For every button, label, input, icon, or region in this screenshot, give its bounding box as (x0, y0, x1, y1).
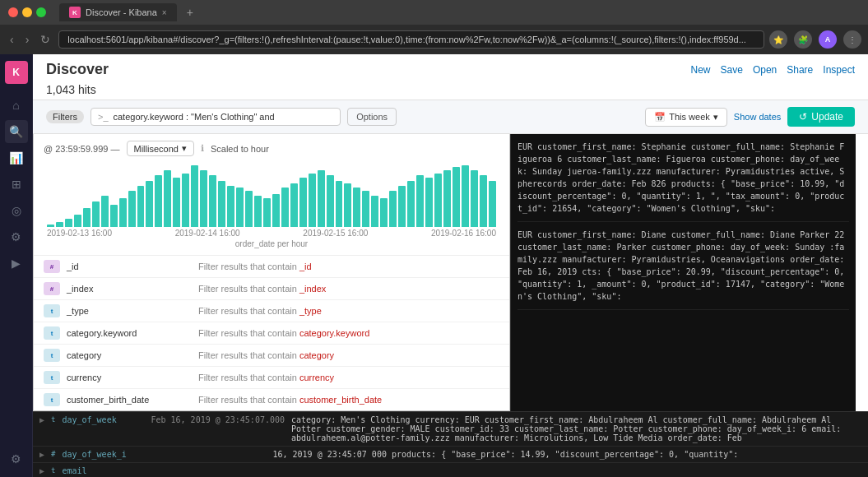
histogram-bar (83, 208, 91, 227)
histogram-bar (471, 170, 478, 227)
histogram-bar (209, 175, 216, 227)
open-button[interactable]: Open (753, 64, 777, 76)
sidebar-item-home[interactable]: ⌂ (5, 94, 28, 117)
sidebar-item-dashboard[interactable]: ⊞ (5, 173, 28, 196)
histogram-bar (236, 188, 244, 227)
histogram-bar (65, 219, 72, 227)
histogram-bar (119, 198, 127, 227)
browser-nav: ‹ › ↻ localhost:5601/app/kibana#/discove… (0, 25, 868, 54)
histogram-bar (56, 222, 63, 227)
sidebar-item-discover[interactable]: 🔍 (5, 120, 28, 143)
filter-input[interactable]: >_ category.keyword : "Men's Clothing" a… (91, 108, 341, 126)
menu-icon[interactable]: ⋮ (843, 30, 861, 49)
table-row[interactable]: ▶ t day_of_week Feb 16, 2019 @ 23:45:07.… (33, 412, 868, 447)
update-button[interactable]: ↺ Update (787, 107, 855, 127)
inspect-button[interactable]: Inspect (823, 64, 855, 76)
autocomplete-item[interactable]: # _index Filter results that contain _in… (34, 278, 509, 300)
options-button[interactable]: Options (347, 108, 397, 126)
filter-prompt: >_ (98, 112, 109, 122)
histogram-bar (263, 198, 271, 227)
histogram-bar (327, 175, 334, 227)
histogram-bar (407, 181, 415, 227)
results-panel: EUR customer_first_name: Stephanie custo… (510, 134, 856, 411)
histogram (44, 161, 499, 227)
window-controls (8, 7, 46, 17)
histogram-bar (137, 186, 145, 227)
table-row[interactable]: ▶ t email (33, 463, 868, 477)
extensions-icon[interactable]: 🧩 (794, 30, 812, 49)
histogram-bar (434, 174, 442, 227)
chart-label-4: 2019-02-16 16:00 (431, 229, 496, 238)
icon-sidebar: K ⌂ 🔍 📊 ⊞ ◎ ⚙ ▶ ⚙ (0, 54, 33, 477)
time-range-text: @ 23:59:59.999 — (44, 144, 120, 154)
expand-icon: ▶ (39, 415, 44, 424)
content-area: @ 23:59:59.999 — Millisecond ▾ ℹ Scaled … (33, 134, 868, 411)
field-name: _id (67, 262, 198, 271)
bottom-table: ▶ t day_of_week Feb 16, 2019 @ 23:45:07.… (33, 411, 868, 477)
tab-favicon: K (69, 7, 81, 18)
histogram-bar (272, 194, 280, 227)
share-button[interactable]: Share (787, 64, 813, 76)
sidebar-item-settings[interactable]: ⚙ (5, 447, 28, 470)
row-value: 16, 2019 @ 23:45:07 000 products: { "bas… (272, 450, 861, 459)
autocomplete-item[interactable]: t currency Filter results that contain c… (34, 367, 509, 389)
back-button[interactable]: ‹ (7, 30, 17, 49)
histogram-bar (191, 165, 198, 227)
histogram-bar (489, 181, 496, 227)
minimize-window-button[interactable] (22, 7, 32, 17)
row-value: category: Men's Clothing currency: EUR c… (291, 415, 861, 442)
sidebar-item-ml[interactable]: ⚙ (5, 225, 28, 248)
chart-label-1: 2019-02-13 16:00 (47, 229, 112, 238)
date-range-button[interactable]: 📅 This week ▾ (645, 108, 727, 127)
autocomplete-item[interactable]: # _id Filter results that contain _id (34, 256, 509, 278)
histogram-bar (425, 178, 433, 227)
histogram-bar (173, 178, 180, 227)
result-entry: EUR customer_first_name: Diane customer_… (518, 229, 849, 310)
field-type-icon: # (44, 282, 60, 295)
histogram-bar (155, 175, 162, 227)
field-type-icon: t (44, 304, 60, 317)
type-icon: # (51, 450, 55, 458)
maximize-window-button[interactable] (36, 7, 46, 17)
tab-close-button[interactable]: × (162, 8, 167, 17)
show-dates-button[interactable]: Show dates (734, 112, 781, 122)
histogram-bar (182, 174, 189, 227)
main-content: Discover New Save Open Share Inspect 1,0… (33, 54, 868, 477)
histogram-bar (443, 170, 451, 227)
autocomplete-item[interactable]: t _type Filter results that contain _typ… (34, 300, 509, 322)
autocomplete-item[interactable]: t category Filter results that contain c… (34, 345, 509, 367)
histogram-bar (344, 183, 351, 227)
profile-avatar[interactable]: A (819, 30, 837, 49)
page-title: Discover (46, 61, 109, 78)
field-desc: Filter results that contain currency (198, 373, 334, 382)
bookmark-icon[interactable]: ⭐ (769, 30, 787, 49)
row-field: email (62, 466, 144, 475)
new-tab-button[interactable]: + (187, 6, 193, 19)
refresh-button[interactable]: ↻ (37, 30, 53, 49)
kibana-logo[interactable]: K (5, 61, 28, 84)
close-window-button[interactable] (8, 7, 18, 17)
new-button[interactable]: New (691, 64, 711, 76)
sidebar-item-dev[interactable]: ▶ (5, 252, 28, 275)
sidebar-item-maps[interactable]: ◎ (5, 199, 28, 222)
histogram-bar (281, 188, 289, 227)
time-unit-selector[interactable]: Millisecond ▾ (127, 141, 194, 156)
browser-tab[interactable]: K Discover - Kibana × (59, 3, 177, 21)
save-button[interactable]: Save (721, 64, 743, 76)
app-layout: K ⌂ 🔍 📊 ⊞ ◎ ⚙ ▶ ⚙ Discover New Save Open… (0, 54, 868, 477)
chart-labels: 2019-02-13 16:00 2019-02-14 16:00 2019-0… (44, 227, 499, 239)
field-type-icon: t (44, 349, 60, 362)
address-bar[interactable]: localhost:5601/app/kibana#/discover?_g=(… (58, 30, 764, 49)
field-desc: Filter results that contain customer_bir… (198, 395, 382, 405)
autocomplete-item[interactable]: t category.keyword Filter results that c… (34, 322, 509, 345)
chart-label-2: 2019-02-14 16:00 (175, 229, 240, 238)
autocomplete-item[interactable]: t customer_birth_date Filter results tha… (34, 389, 509, 411)
histogram-bar (47, 225, 54, 227)
table-row[interactable]: ▶ # day_of_week_i 16, 2019 @ 23:45:07 00… (33, 447, 868, 463)
field-type-icon: t (44, 326, 60, 340)
sidebar-item-visualize[interactable]: 📊 (5, 146, 28, 169)
histogram-bar (227, 186, 234, 227)
forward-button[interactable]: › (22, 30, 33, 49)
info-icon: ℹ (201, 143, 204, 154)
histogram-bar (74, 215, 81, 227)
